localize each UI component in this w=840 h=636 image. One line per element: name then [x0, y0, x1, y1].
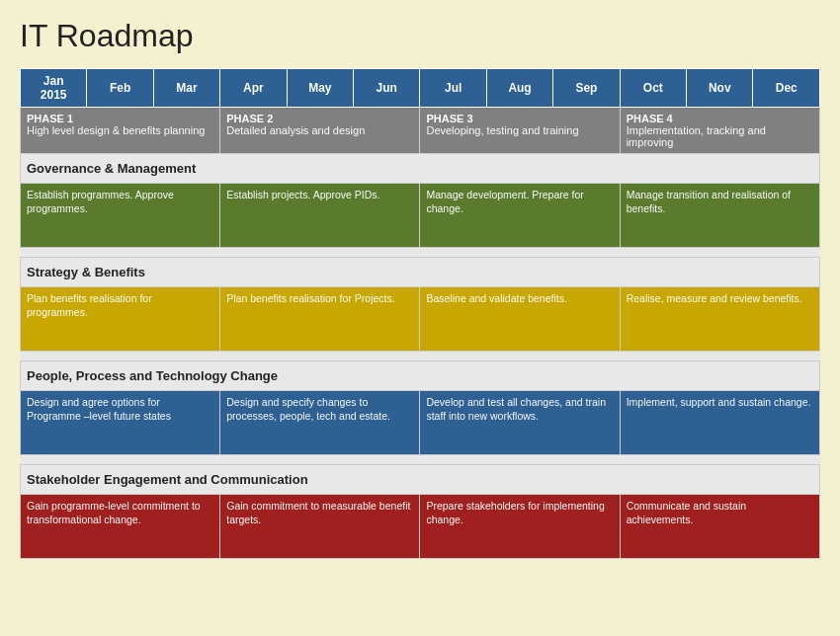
people-section-header: People, Process and Technology Change — [21, 361, 820, 391]
month-apr: Apr — [220, 69, 287, 108]
people-title: People, Process and Technology Change — [21, 361, 820, 391]
phase4-title: PHASE 4 — [627, 113, 813, 124]
stake-text-4: Communicate and sustain achievements. — [621, 495, 819, 558]
stakeholder-title: Stakeholder Engagement and Communication — [21, 465, 820, 495]
month-may: May — [287, 69, 353, 108]
stake-text-1: Gain programme-level commitment to trans… — [21, 495, 219, 558]
people-cell-3: Develop and test all changes, and train … — [420, 391, 620, 455]
phase2-desc: Detailed analysis and design — [226, 124, 365, 136]
roadmap-table: Jan2015 Feb Mar Apr May Jun Jul Aug Sep … — [20, 68, 820, 559]
phase3-title: PHASE 3 — [426, 113, 613, 124]
header-row: Jan2015 Feb Mar Apr May Jun Jul Aug Sep … — [21, 69, 820, 108]
page-title: IT Roadmap — [20, 18, 820, 54]
phase2-cell: PHASE 2 Detailed analysis and design — [220, 108, 420, 154]
strat-text-3: Baseline and validate benefits. — [420, 287, 619, 351]
month-feb: Feb — [87, 69, 153, 108]
month-jun: Jun — [354, 69, 420, 108]
stake-cell-1: Gain programme-level commitment to trans… — [21, 495, 220, 559]
stake-text-3: Prepare stakeholders for implementing ch… — [420, 495, 619, 558]
phase1-title: PHASE 1 — [27, 113, 213, 124]
stake-text-2: Gain commitment to measurable benefit ta… — [220, 495, 419, 558]
month-jul: Jul — [420, 69, 486, 108]
governance-data-row: Establish programmes. Approve programmes… — [21, 184, 820, 248]
gov-cell-3: Manage development. Prepare for change. — [420, 184, 620, 248]
phase4-desc: Implementation, tracking and improving — [627, 124, 766, 148]
gov-cell-2: Establish projects. Approve PIDs. — [220, 184, 420, 248]
people-text-3: Develop and test all changes, and train … — [420, 391, 619, 454]
strat-cell-4: Realise, measure and review benefits. — [620, 287, 819, 352]
stake-cell-3: Prepare stakeholders for implementing ch… — [420, 495, 620, 559]
phase3-cell: PHASE 3 Developing, testing and training — [420, 108, 620, 154]
stake-cell-2: Gain commitment to measurable benefit ta… — [220, 495, 420, 559]
gov-text-1: Establish programmes. Approve programmes… — [21, 184, 219, 247]
strat-cell-1: Plan benefits realisation for programmes… — [21, 287, 220, 352]
governance-title: Governance & Management — [21, 154, 820, 184]
month-sep: Sep — [553, 69, 620, 108]
strat-cell-2: Plan benefits realisation for Projects. — [220, 287, 420, 352]
phase3-desc: Developing, testing and training — [426, 124, 578, 136]
people-cell-1: Design and agree options for Programme –… — [21, 391, 220, 455]
spacer-2 — [21, 352, 820, 361]
strat-text-4: Realise, measure and review benefits. — [621, 287, 819, 351]
gov-text-3: Manage development. Prepare for change. — [420, 184, 619, 247]
month-aug: Aug — [486, 69, 552, 108]
people-cell-4: Implement, support and sustain change. — [620, 391, 819, 455]
phase1-desc: High level design & benefits planning — [27, 124, 205, 136]
gov-text-2: Establish projects. Approve PIDs. — [220, 184, 419, 247]
stake-cell-4: Communicate and sustain achievements. — [620, 495, 819, 559]
stakeholder-section-header: Stakeholder Engagement and Communication — [21, 465, 820, 495]
month-oct: Oct — [620, 69, 686, 108]
people-text-1: Design and agree options for Programme –… — [21, 391, 219, 454]
strat-text-1: Plan benefits realisation for programmes… — [21, 287, 219, 351]
gov-cell-4: Manage transition and realisation of ben… — [620, 184, 819, 248]
month-dec: Dec — [753, 69, 820, 108]
strat-cell-3: Baseline and validate benefits. — [420, 287, 620, 352]
phase4-cell: PHASE 4 Implementation, tracking and imp… — [620, 108, 819, 154]
month-mar: Mar — [153, 69, 219, 108]
people-text-2: Design and specify changes to processes,… — [220, 391, 419, 454]
strat-text-2: Plan benefits realisation for Projects. — [220, 287, 419, 351]
strategy-section-header: Strategy & Benefits — [21, 258, 820, 287]
people-cell-2: Design and specify changes to processes,… — [220, 391, 420, 455]
spacer-3 — [21, 455, 820, 465]
strategy-title: Strategy & Benefits — [21, 258, 820, 287]
people-text-4: Implement, support and sustain change. — [621, 391, 819, 454]
people-data-row: Design and agree options for Programme –… — [21, 391, 820, 455]
month-nov: Nov — [687, 69, 753, 108]
strategy-data-row: Plan benefits realisation for programmes… — [21, 287, 820, 352]
spacer-1 — [21, 248, 820, 258]
governance-section-header: Governance & Management — [21, 154, 820, 184]
month-jan: Jan2015 — [21, 69, 87, 108]
phase1-cell: PHASE 1 High level design & benefits pla… — [21, 108, 220, 154]
gov-cell-1: Establish programmes. Approve programmes… — [21, 184, 220, 248]
gov-text-4: Manage transition and realisation of ben… — [621, 184, 819, 247]
phase-row: PHASE 1 High level design & benefits pla… — [21, 108, 820, 154]
stakeholder-data-row: Gain programme-level commitment to trans… — [21, 495, 820, 559]
phase2-title: PHASE 2 — [226, 113, 413, 124]
